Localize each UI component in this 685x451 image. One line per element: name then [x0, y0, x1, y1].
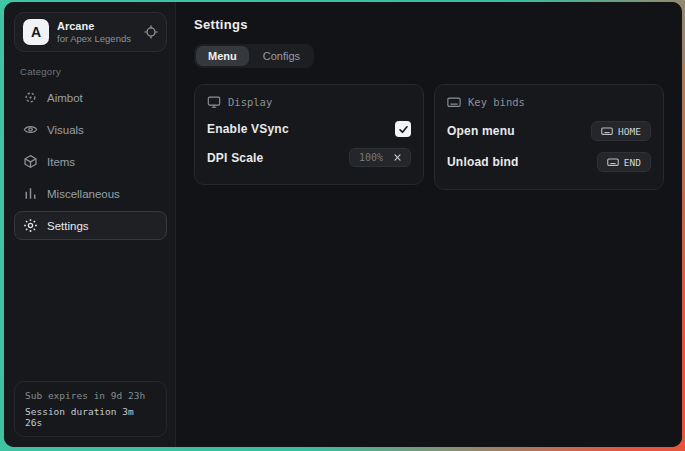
app-name: Arcane [57, 20, 131, 32]
open-menu-keybind-button[interactable]: HOME [591, 121, 651, 141]
subscription-status-box: Sub expires in 9d 23h Session duration 3… [14, 381, 167, 437]
check-icon [398, 124, 409, 135]
app-window: A Arcane for Apex Legends Category [4, 2, 682, 447]
dpi-scale-input[interactable]: 100% [349, 148, 411, 167]
main-content: Settings Menu Configs Display [176, 2, 682, 447]
display-card-title: Display [228, 96, 272, 108]
tab-configs[interactable]: Configs [251, 46, 312, 66]
sidebar-item-miscellaneous[interactable]: Miscellaneous [14, 179, 167, 208]
display-card-header: Display [207, 95, 411, 109]
vsync-label: Enable VSync [207, 122, 289, 136]
page-title: Settings [194, 17, 664, 32]
app-subtitle: for Apex Legends [57, 33, 131, 44]
sidebar-item-visuals[interactable]: Visuals [14, 115, 167, 144]
sidebar-item-label: Visuals [47, 124, 84, 136]
sub-expires-text: Sub expires in 9d 23h [25, 390, 156, 401]
unload-bind-label: Unload bind [447, 155, 519, 169]
open-menu-label: Open menu [447, 124, 515, 138]
brand-text: Arcane for Apex Legends [57, 20, 131, 44]
vsync-row: Enable VSync [207, 115, 411, 142]
sidebar-item-settings[interactable]: Settings [14, 211, 167, 240]
dpi-label: DPI Scale [207, 151, 264, 165]
vsync-checkbox[interactable] [395, 121, 411, 137]
clear-icon[interactable] [387, 150, 410, 165]
dpi-row: DPI Scale 100% [207, 142, 411, 172]
display-card: Display Enable VSync DPI Scale 100% [194, 84, 424, 185]
sidebar-item-label: Aimbot [47, 92, 83, 104]
bars-icon [23, 186, 38, 201]
unload-key: END [624, 157, 641, 168]
cube-icon [23, 154, 38, 169]
brand-card: A Arcane for Apex Legends [14, 12, 167, 52]
sidebar-item-items[interactable]: Items [14, 147, 167, 176]
settings-cards: Display Enable VSync DPI Scale 100% [194, 84, 664, 190]
tab-group: Menu Configs [194, 44, 314, 68]
unload-keybind-button[interactable]: END [597, 152, 651, 172]
keyboard-icon [447, 95, 461, 109]
unload-bind-row: Unload bind END [447, 146, 651, 177]
app-logo: A [23, 19, 49, 45]
keybinds-card-title: Key binds [468, 96, 525, 108]
sidebar-item-label: Settings [47, 220, 89, 232]
sidebar-nav: Aimbot Visuals [14, 83, 167, 240]
keybinds-card: Key binds Open menu HOME [434, 84, 664, 190]
sidebar-item-aimbot[interactable]: Aimbot [14, 83, 167, 112]
crosshair-icon [23, 90, 38, 105]
sidebar-item-label: Items [47, 156, 75, 168]
open-menu-row: Open menu HOME [447, 115, 651, 146]
sidebar-item-label: Miscellaneous [47, 188, 120, 200]
keyboard-icon [607, 156, 619, 168]
sidebar: A Arcane for Apex Legends Category [4, 2, 176, 447]
tab-menu[interactable]: Menu [196, 46, 249, 66]
dpi-value[interactable]: 100% [350, 149, 387, 166]
gear-icon [23, 218, 38, 233]
session-duration-text: Session duration 3m 26s [25, 406, 156, 428]
keyboard-icon [601, 125, 613, 137]
eye-icon [23, 122, 38, 137]
category-label: Category [20, 66, 161, 77]
keybinds-card-header: Key binds [447, 95, 651, 109]
open-menu-key: HOME [618, 126, 641, 137]
crosshair-icon[interactable] [144, 25, 158, 39]
monitor-icon [207, 95, 221, 109]
